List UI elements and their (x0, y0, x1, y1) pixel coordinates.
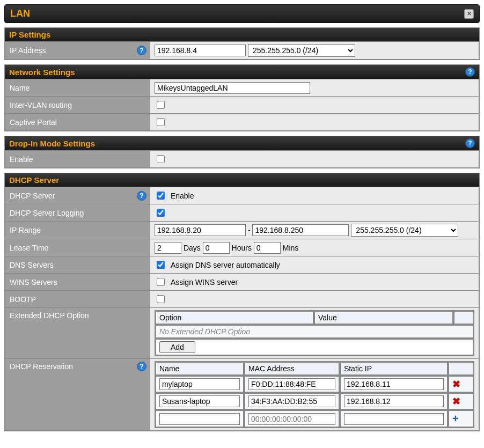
help-icon[interactable]: ? (465, 138, 475, 148)
delete-icon[interactable]: ✖ (452, 395, 460, 407)
reservation-row: ✖ (156, 376, 473, 392)
dhcp-reservation-label: DHCP Reservation (10, 362, 73, 371)
dropin-enable-checkbox[interactable] (157, 155, 165, 163)
dns-servers-label: DNS Servers (10, 261, 54, 269)
res-col-mac: MAC Address (245, 362, 339, 375)
help-icon[interactable]: ? (465, 67, 475, 77)
dns-auto-text: Assign DNS server automatically (171, 261, 280, 269)
lease-time-label: Lease Time (10, 244, 48, 252)
dhcp-logging-checkbox[interactable] (157, 209, 165, 217)
panel-title: Network Settings (9, 68, 75, 77)
ip-range-end-input[interactable] (252, 224, 349, 236)
panel-title: Drop-In Mode Settings (9, 139, 95, 148)
panel-header-network: Network Settings ? (5, 65, 479, 79)
reservation-new-row: + (156, 410, 473, 427)
reservation-name-input[interactable] (159, 413, 240, 425)
ext-empty-text: No Extended DHCP Option (156, 325, 473, 338)
name-label: Name (10, 84, 30, 92)
panel-header-dropin: Drop-In Mode Settings ? (5, 136, 479, 150)
ip-range-mask-select[interactable]: 255.255.255.0 (/24) (351, 224, 458, 237)
extended-dhcp-table: Option Value No Extended DHCP Option Add (155, 310, 474, 356)
add-icon[interactable]: + (452, 413, 459, 425)
lease-mins-unit: Mins (283, 244, 299, 252)
reservation-mac-input[interactable] (248, 413, 335, 425)
res-col-name: Name (156, 362, 244, 375)
panel-network-settings: Network Settings ? Name Inter-VLAN routi… (4, 64, 480, 131)
dhcp-logging-label: DHCP Server Logging (10, 209, 84, 217)
captive-portal-checkbox[interactable] (157, 118, 165, 126)
captive-label: Captive Portal (10, 118, 57, 127)
lease-mins-input[interactable] (254, 242, 281, 254)
reservation-mac-input[interactable] (248, 395, 335, 407)
page-title: LAN (10, 8, 30, 19)
panel-header-ip: IP Settings (5, 28, 479, 41)
ip-range-start-input[interactable] (155, 224, 246, 236)
wins-servers-label: WINS Servers (10, 278, 57, 287)
panel-title: IP Settings (9, 30, 50, 39)
close-icon[interactable]: ✕ (464, 9, 474, 19)
ip-address-label: IP Address (10, 46, 46, 55)
panel-dhcp-server: DHCP Server DHCP Server ? Enable DHCP Se… (4, 173, 480, 431)
reservation-ip-input[interactable] (344, 395, 444, 407)
help-icon[interactable]: ? (137, 46, 146, 55)
dropin-enable-label: Enable (10, 155, 33, 164)
wins-text: Assign WINS server (171, 278, 238, 287)
subnet-mask-select[interactable]: 255.255.255.0 (/24) (248, 44, 355, 57)
help-icon[interactable]: ? (137, 362, 146, 371)
dhcp-server-label: DHCP Server (10, 192, 55, 200)
reservation-ip-input[interactable] (344, 413, 444, 425)
range-separator: - (248, 226, 251, 234)
lease-days-input[interactable] (155, 242, 181, 254)
ext-col-option: Option (156, 311, 313, 324)
help-icon[interactable]: ? (137, 191, 146, 201)
extended-dhcp-label: Extended DHCP Option (10, 311, 89, 320)
lease-hours-input[interactable] (203, 242, 230, 254)
ip-range-label: IP Range (10, 226, 41, 234)
panel-title: DHCP Server (9, 175, 59, 185)
dhcp-reservation-table: Name MAC Address Static IP ✖✖+ (155, 361, 474, 428)
reservation-name-input[interactable] (159, 378, 240, 390)
reservation-name-input[interactable] (159, 395, 240, 407)
panel-ip-settings: IP Settings IP Address ? 255.255.255.0 (… (4, 27, 480, 60)
ext-col-value: Value (314, 311, 453, 324)
bootp-label: BOOTP (10, 295, 36, 304)
ip-address-input[interactable] (155, 45, 246, 56)
dns-auto-checkbox[interactable] (157, 261, 165, 269)
lease-days-unit: Days (184, 244, 201, 252)
bootp-checkbox[interactable] (157, 295, 165, 303)
res-col-ip: Static IP (340, 362, 448, 375)
panel-dropin-settings: Drop-In Mode Settings ? Enable (4, 136, 480, 168)
dhcp-server-enable-text: Enable (171, 192, 194, 200)
reservation-row: ✖ (156, 393, 473, 409)
delete-icon[interactable]: ✖ (452, 378, 460, 390)
reservation-mac-input[interactable] (248, 378, 335, 390)
intervlan-checkbox[interactable] (157, 101, 165, 109)
titlebar: LAN ✕ (4, 4, 480, 23)
lease-hours-unit: Hours (232, 244, 252, 252)
wins-checkbox[interactable] (157, 278, 165, 286)
intervlan-label: Inter-VLAN routing (10, 101, 72, 109)
dhcp-server-enable-checkbox[interactable] (157, 192, 165, 200)
reservation-ip-input[interactable] (344, 378, 444, 390)
panel-header-dhcp: DHCP Server (5, 173, 479, 187)
network-name-input[interactable] (155, 82, 310, 94)
ext-add-button[interactable]: Add (159, 341, 195, 353)
